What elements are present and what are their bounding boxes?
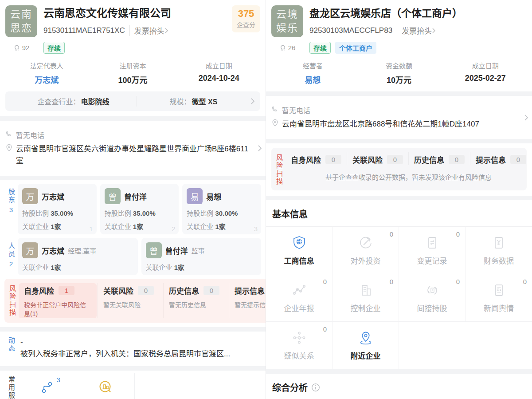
risk-item-history[interactable]: 历史信息0 <box>408 152 470 165</box>
status-badge: 存续 <box>43 42 65 54</box>
stat-reg-capital: 注册资本 100万元 <box>90 61 176 85</box>
risk-count-badge: 0 <box>203 286 219 295</box>
cell-count: 0 <box>323 278 327 285</box>
views-icon <box>279 44 286 51</box>
section-divider <box>0 366 266 371</box>
invoice-header-link[interactable]: 发票抬头 <box>129 25 168 36</box>
nearby-company-icon <box>358 330 373 345</box>
stat-operator: 经营者 易想 <box>270 61 356 85</box>
service-background-check[interactable]: 求职背调 <box>76 373 135 399</box>
operator-link[interactable]: 易想 <box>270 74 356 85</box>
info-icon[interactable] <box>311 383 320 392</box>
indirect-holding-icon <box>425 283 440 298</box>
risk-item-related[interactable]: 关联风险 0 暂无关联风险 <box>98 283 163 318</box>
personnel-label: 人员 <box>7 242 15 258</box>
avatar: 曾 <box>105 188 121 204</box>
company-name: 盘龙区云境娱乐店（个体工商户） <box>309 6 527 20</box>
risk-scan-label: 风险扫描 <box>8 285 16 317</box>
view-count: 26 <box>271 44 303 51</box>
credit-code: 91530111MAE1R751XC <box>43 26 125 35</box>
background-check-icon <box>98 379 113 395</box>
company-logo: 云境娱乐 <box>271 5 303 37</box>
shareholder-card[interactable]: 万 万志斌 持股比例 35.00% 关联企业 1家 1 <box>18 184 97 234</box>
company-name: 云南思恋文化传媒有限公司 <box>43 6 232 20</box>
grid-cell-controlled-company[interactable]: 0 控制企业 <box>332 274 399 322</box>
contact-block: 暂无电话 云南省昆明市盘龙区北京路688号和信花苑二期1幢D座1407 <box>266 96 532 139</box>
invoice-header-link[interactable]: 发票抬头 <box>397 25 436 36</box>
dynamics-line1: - <box>20 337 259 348</box>
shareholders-count: 3 <box>9 206 13 213</box>
risk-scan-section: 风险扫描 自身风险0 关联风险0 历史信息0 提示信息0 <box>271 148 527 190</box>
cell-count: 0 <box>523 278 527 285</box>
asset-clue-icon <box>39 380 55 395</box>
company-panel-right: 云境娱乐 盘龙区云境娱乐店（个体工商户） 92530103MAECCFLP83 … <box>266 0 532 399</box>
company-panel-left: 云南思恋 云南思恋文化传媒有限公司 91530111MAE1R751XC 发票抬… <box>0 0 266 399</box>
views-icon <box>13 44 20 51</box>
view-count: 92 <box>5 44 37 51</box>
phone-row: 暂无电话 <box>271 105 527 115</box>
avatar: 易 <box>187 188 203 204</box>
news-sentiment-icon <box>491 283 506 298</box>
grid-cell-business-registration[interactable]: 工商信息 <box>266 227 332 274</box>
grid-cell-finance-data[interactable]: 财务数据 <box>466 227 532 274</box>
credit-code: 92530103MAECCFLP83 <box>309 26 392 35</box>
cell-count: 0 <box>323 325 327 333</box>
dynamics-label: 动态 <box>7 337 15 353</box>
service-asset-clue[interactable]: 3 财产线索 <box>18 373 76 399</box>
change-record-icon <box>425 235 440 250</box>
risk-item-self[interactable]: 自身风险 1 税务非正常户中风险信息(1) <box>19 283 97 318</box>
grid-cell-outbound-investment[interactable]: 0 对外投资 <box>332 227 399 274</box>
risk-item-hint[interactable]: 提示信息 暂无提示信息 <box>229 283 266 318</box>
personnel-card[interactable]: 曾 曾付洋 监事 关联企业 1家 <box>141 238 262 275</box>
section-divider <box>266 196 532 200</box>
chevron-right-icon <box>258 145 262 152</box>
personnel-section: 人员 2 万 万志斌 经理,董事 关联企业 1家 曾 曾付洋 监事 <box>4 238 261 275</box>
finance-data-icon <box>491 235 506 250</box>
annual-report-icon <box>292 283 307 298</box>
avatar: 曾 <box>146 242 162 258</box>
risk-item-hint[interactable]: 提示信息0 <box>470 152 527 165</box>
risk-count-badge: 0 <box>510 155 526 164</box>
service-badge: 3 <box>57 376 60 383</box>
shareholder-card[interactable]: 易 易想 持股比例 30.00% 关联企业 1家 3 <box>182 184 261 234</box>
grid-cell-change-record[interactable]: 0 变更记录 <box>399 227 466 274</box>
industry-scale-bar[interactable]: 企查查行业： 电影院线 规模： 微型 XS <box>5 91 260 111</box>
grid-cell-annual-report[interactable]: 0 企业年报 <box>266 274 332 322</box>
grid-cell-suspected-relation[interactable]: 0 疑似关系 <box>266 322 332 369</box>
status-badge: 存续 <box>309 42 331 54</box>
risk-item-related[interactable]: 关联风险0 <box>347 152 408 165</box>
cell-count: 0 <box>390 278 393 285</box>
phone-value: 暂无电话 <box>16 130 44 140</box>
key-stats-row: 法定代表人 万志斌 注册资本 100万元 成立日期 2024-10-24 <box>0 58 266 91</box>
chevron-right-icon <box>250 98 255 105</box>
analysis-title: 综合分析 <box>266 374 532 399</box>
phone-icon <box>5 130 16 140</box>
qcc-score: 375 <box>234 8 258 19</box>
address-value: 云南省昆明市盘龙区北京路688号和信花苑二期1幢D座1407 <box>282 118 491 130</box>
grid-cell-news-sentiment[interactable]: 0 新闻舆情 <box>466 274 532 322</box>
chevron-right-icon <box>524 114 528 121</box>
services-section: 常用服务 3 财产线索 求职背调 <box>4 373 261 399</box>
dynamics-section[interactable]: 动态 - 被列入税务非正常户，列入机关：国家税务总局昆明市官渡区... <box>4 334 261 364</box>
grid-cell-nearby-company[interactable]: 附近企业 <box>332 322 399 369</box>
grid-cell-indirect-holding[interactable]: 0 间接持股 <box>399 274 466 322</box>
qcc-score-card[interactable]: 375 企查分 <box>232 5 260 32</box>
risk-count-badge: 0 <box>387 155 403 164</box>
stat-founded-date: 成立日期 2024-10-24 <box>176 61 262 85</box>
contact-block: 暂无电话 云南省昆明市官渡区矣六街道办事处星耀路星世界商业广场B座6楼611室 <box>0 121 266 176</box>
avatar: 万 <box>22 188 38 204</box>
card-index: 1 <box>89 225 93 233</box>
risk-count-badge: 1 <box>59 286 74 295</box>
risk-item-history[interactable]: 历史信息 0 暂无历史信息 <box>163 283 229 318</box>
basic-info-grid: 工商信息 0 对外投资 0 变更记录 财务数据 0 企业年报 <box>266 227 532 369</box>
risk-item-self[interactable]: 自身风险0 <box>286 152 347 165</box>
outbound-investment-icon <box>358 235 373 250</box>
personnel-card[interactable]: 万 万志斌 经理,董事 关联企业 1家 <box>18 238 138 275</box>
stat-legal-rep: 法定代表人 万志斌 <box>4 61 90 85</box>
risk-count-badge: 0 <box>325 155 341 164</box>
address-row[interactable]: 云南省昆明市官渡区矣六街道办事处星耀路星世界商业广场B座6楼611室 <box>5 143 260 167</box>
shareholder-card[interactable]: 曾 曾付洋 持股比例 35.00% 关联企业 1家 2 <box>100 184 179 234</box>
address-row[interactable]: 云南省昆明市盘龙区北京路688号和信花苑二期1幢D座1407 <box>271 118 527 130</box>
qcc-score-label: 企查分 <box>234 20 258 29</box>
legal-rep-link[interactable]: 万志斌 <box>4 74 90 85</box>
